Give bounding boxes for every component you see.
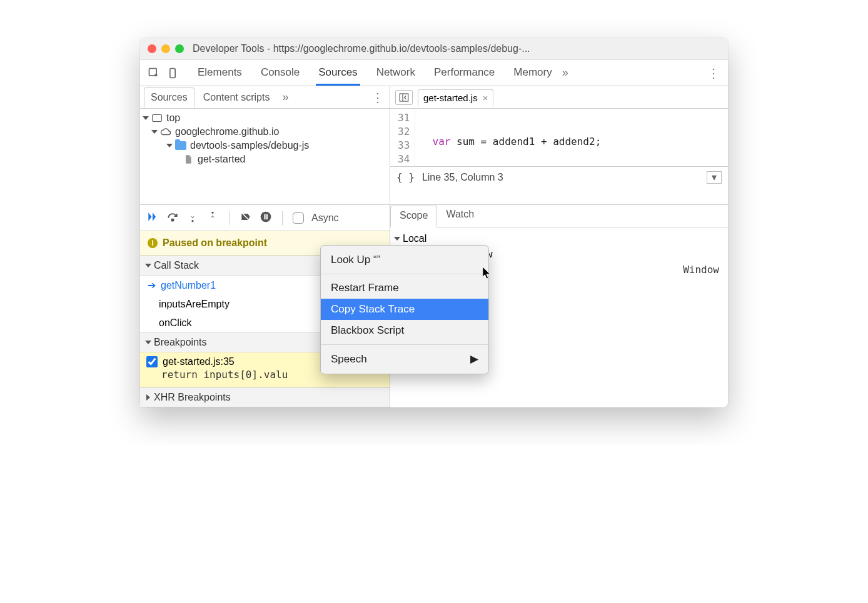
paused-text: Paused on breakpoint xyxy=(163,237,267,249)
zoom-window-button[interactable] xyxy=(175,44,184,53)
context-copy-stack-trace[interactable]: Copy Stack Trace xyxy=(321,299,488,320)
devtools-window: Developer Tools - https://googlechrome.g… xyxy=(140,37,728,407)
code-lines: var sum = addend1 + addend2; label.textC… xyxy=(415,109,690,166)
subtab-content-scripts[interactable]: Content scripts xyxy=(197,88,276,107)
menu-separator xyxy=(321,344,488,345)
svg-point-6 xyxy=(211,211,213,213)
editor-pane: get-started.js × 31 32 33 34 var sum = a… xyxy=(390,86,728,204)
toggle-navigator-icon[interactable] xyxy=(395,90,413,105)
tree-folder-label: devtools-samples/debug-js xyxy=(190,140,309,151)
file-icon xyxy=(183,154,194,165)
context-lookup[interactable]: Look Up “” xyxy=(321,249,488,271)
xhr-breakpoints-header[interactable]: XHR Breakpoints xyxy=(140,387,390,407)
tab-watch[interactable]: Watch xyxy=(437,205,483,227)
current-frame-icon: ➔ xyxy=(148,279,156,291)
async-label: Async xyxy=(311,212,339,224)
step-into-icon[interactable] xyxy=(186,211,199,226)
gutter: 31 32 33 34 xyxy=(390,109,415,166)
devtools-tabbar: Elements Console Sources Network Perform… xyxy=(140,60,728,86)
svg-point-4 xyxy=(171,219,173,221)
more-tabs-icon[interactable]: » xyxy=(558,66,572,79)
navigator-pane: Sources Content scripts » ⋮ top google xyxy=(140,86,390,204)
file-tree: top googlechrome.github.io devtools-samp… xyxy=(140,109,390,169)
svg-rect-1 xyxy=(170,68,175,77)
disclosure-icon[interactable] xyxy=(394,237,400,241)
frame-icon xyxy=(151,112,163,124)
debugger-toolbar: Async xyxy=(140,205,390,231)
svg-rect-9 xyxy=(265,214,266,219)
step-over-icon[interactable] xyxy=(166,211,179,226)
tab-network[interactable]: Network xyxy=(374,61,418,86)
tree-folder[interactable]: devtools-samples/debug-js xyxy=(144,139,386,152)
disclosure-icon[interactable] xyxy=(146,394,150,401)
subtab-sources[interactable]: Sources xyxy=(144,87,194,108)
more-subtabs-icon[interactable]: » xyxy=(278,91,292,104)
folder-icon xyxy=(175,140,186,151)
code-editor[interactable]: 31 32 33 34 var sum = addend1 + addend2;… xyxy=(390,109,728,166)
async-checkbox[interactable] xyxy=(293,212,304,224)
tree-domain[interactable]: googlechrome.github.io xyxy=(144,125,386,139)
close-tab-icon[interactable]: × xyxy=(483,92,488,103)
tab-scope[interactable]: Scope xyxy=(390,206,437,227)
tab-console[interactable]: Console xyxy=(258,61,302,86)
tree-file[interactable]: get-started xyxy=(144,152,386,166)
breakpoint-label: get-started.js:35 xyxy=(163,356,235,367)
context-blackbox-script[interactable]: Blackbox Script xyxy=(321,320,488,341)
line-number: 33 xyxy=(398,139,410,152)
tab-performance[interactable]: Performance xyxy=(431,61,497,86)
breakpoint-checkbox[interactable] xyxy=(146,356,158,367)
settings-menu-icon[interactable]: ⋮ xyxy=(705,66,722,81)
device-toolbar-icon[interactable] xyxy=(165,66,180,81)
tab-elements[interactable]: Elements xyxy=(195,61,245,86)
menu-separator xyxy=(321,274,488,274)
disclosure-icon[interactable] xyxy=(151,130,158,134)
navigator-menu-icon[interactable]: ⋮ xyxy=(370,90,386,105)
svg-point-5 xyxy=(191,220,193,222)
cloud-icon xyxy=(160,126,171,137)
line-number: 31 xyxy=(398,111,410,125)
tree-file-label: get-started xyxy=(198,154,245,165)
editor-dropdown-icon[interactable]: ▾ xyxy=(707,171,722,184)
deactivate-breakpoints-icon[interactable] xyxy=(240,211,252,226)
context-menu: Look Up “” Restart Frame Copy Stack Trac… xyxy=(320,245,489,374)
tree-domain-label: googlechrome.github.io xyxy=(175,126,279,137)
disclosure-icon[interactable] xyxy=(143,116,149,120)
context-speech[interactable]: Speech ▶ xyxy=(321,348,488,370)
tree-top[interactable]: top xyxy=(144,111,386,125)
line-number: 32 xyxy=(398,125,410,139)
titlebar: Developer Tools - https://googlechrome.g… xyxy=(140,37,728,60)
editor-tab-getstarted[interactable]: get-started.js × xyxy=(418,89,493,107)
editor-statusbar: { } Line 35, Column 3 ▾ xyxy=(390,166,728,187)
context-restart-frame[interactable]: Restart Frame xyxy=(321,277,488,299)
scope-local[interactable]: Local xyxy=(395,231,723,246)
resume-icon[interactable] xyxy=(146,211,159,226)
window-title: Developer Tools - https://googlechrome.g… xyxy=(193,43,530,54)
disclosure-icon[interactable] xyxy=(166,144,173,147)
panel-tabs: Elements Console Sources Network Perform… xyxy=(195,61,555,86)
disclosure-icon[interactable] xyxy=(145,264,151,267)
pause-on-exceptions-icon[interactable] xyxy=(260,211,272,226)
tree-top-label: top xyxy=(166,112,180,124)
svg-rect-10 xyxy=(266,214,268,219)
info-icon: i xyxy=(148,238,158,248)
minimize-window-button[interactable] xyxy=(161,44,170,53)
sources-main: Sources Content scripts » ⋮ top google xyxy=(140,86,728,205)
pretty-print-icon[interactable]: { } xyxy=(396,171,415,183)
step-out-icon[interactable] xyxy=(206,211,219,226)
svg-point-8 xyxy=(261,211,271,222)
editor-tab-label: get-started.js xyxy=(423,92,478,103)
inspect-icon[interactable] xyxy=(146,66,161,81)
tab-sources[interactable]: Sources xyxy=(316,61,360,86)
cursor-position: Line 35, Column 3 xyxy=(422,172,503,183)
window-controls xyxy=(148,44,184,53)
disclosure-icon[interactable] xyxy=(145,341,151,344)
tab-memory[interactable]: Memory xyxy=(511,61,554,86)
submenu-arrow-icon: ▶ xyxy=(470,352,478,366)
debugger-left: Async i Paused on breakpoint Call Stack … xyxy=(140,205,390,407)
debugger-pane: Async i Paused on breakpoint Call Stack … xyxy=(140,205,728,407)
editor-tabs: get-started.js × xyxy=(390,86,728,109)
line-number: 34 xyxy=(398,152,410,166)
close-window-button[interactable] xyxy=(148,44,156,53)
navigator-subtabs: Sources Content scripts » ⋮ xyxy=(140,86,390,109)
scope-watch-tabs: Scope Watch xyxy=(390,205,728,227)
